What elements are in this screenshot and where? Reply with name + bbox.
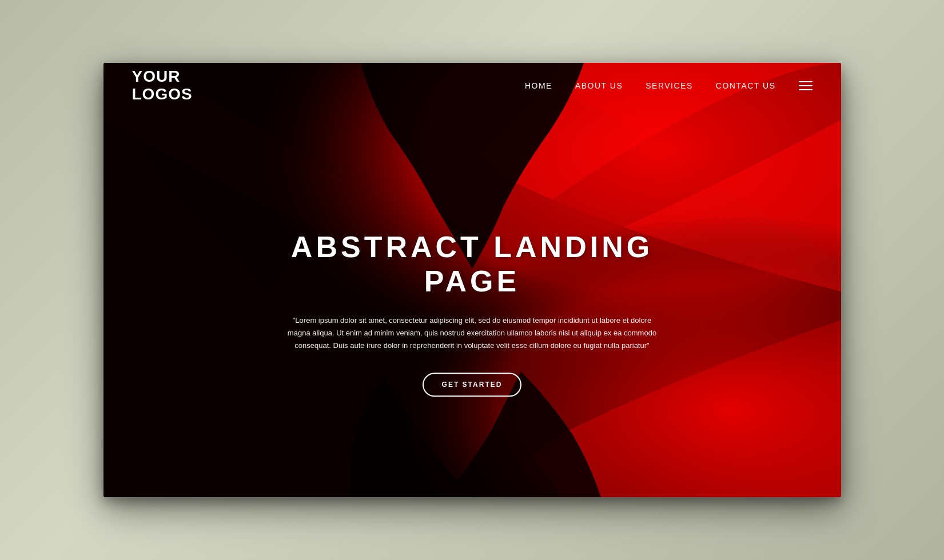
nav-link-about[interactable]: ABOUT US (575, 81, 623, 90)
hero-section: ABSTRACT LANDING PAGE "Lorem ipsum dolor… (272, 230, 672, 397)
nav-link-contact[interactable]: CONTACT US (716, 81, 776, 90)
hamburger-line-1 (799, 81, 812, 82)
logo-line1: YOUR (132, 68, 193, 86)
nav-link-home[interactable]: HOME (525, 81, 552, 90)
navbar: YOUR LOGOS HOME ABOUT US SERVICES CONTAC… (103, 63, 841, 109)
hamburger-line-3 (799, 89, 812, 90)
hamburger-menu-button[interactable] (799, 81, 812, 90)
logo: YOUR LOGOS (132, 68, 193, 103)
nav-link-services[interactable]: SERVICES (646, 81, 693, 90)
nav-links: HOME ABOUT US SERVICES CONTACT US (525, 81, 812, 90)
get-started-button[interactable]: GET STARTED (423, 373, 522, 397)
landing-page-frame: YOUR LOGOS HOME ABOUT US SERVICES CONTAC… (103, 63, 841, 497)
hamburger-line-2 (799, 85, 812, 86)
hero-title: ABSTRACT LANDING PAGE (272, 230, 672, 298)
hero-description: "Lorem ipsum dolor sit amet, consectetur… (272, 314, 672, 352)
logo-line2: LOGOS (132, 86, 193, 103)
